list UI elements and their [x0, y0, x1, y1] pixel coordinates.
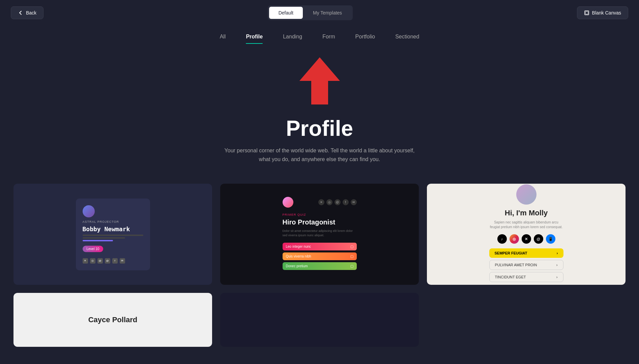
- card-hiro-btn2[interactable]: Quis viverra nibh ▢: [283, 252, 357, 260]
- hiro-fb-icon: f: [343, 199, 349, 205]
- red-arrow-icon: [299, 57, 340, 104]
- card-molly-inner: Hi, I'm Molly Sapien nec sagittis aliqua…: [483, 184, 570, 285]
- category-all[interactable]: All: [220, 34, 226, 44]
- card-hiro-header: ✕ ◎ @ f ✉: [283, 197, 357, 208]
- back-arrow-icon: [18, 10, 23, 16]
- card-cayce-inner: Cayce Pollard: [69, 309, 157, 331]
- card-hiro-title: Hiro Protagonist: [283, 218, 357, 226]
- molly-x-icon: ✕: [522, 234, 531, 244]
- card-molly-name: Hi, I'm Molly: [489, 209, 563, 217]
- hero-title: Profile: [7, 116, 632, 141]
- header: Back Default My Templates Blank Canvas: [0, 0, 639, 26]
- card-hiro-inner: ✕ ◎ @ f ✉ PRIMER QUIZ Hiro Protagonist D…: [276, 190, 364, 279]
- category-landing[interactable]: Landing: [283, 34, 302, 44]
- arrow-container: [299, 57, 340, 106]
- category-sectioned[interactable]: Sectioned: [395, 34, 419, 44]
- back-button[interactable]: Back: [11, 6, 43, 19]
- tab-default[interactable]: Default: [269, 7, 303, 19]
- molly-ig-icon: ◎: [510, 234, 519, 244]
- social-x-icon: ✕: [83, 258, 88, 264]
- card-hiro-social: ✕ ◎ @ f ✉: [318, 199, 357, 205]
- hero-section: Profile Your personal corner of the worl…: [0, 44, 639, 184]
- card-bobby-name: Bobby Newmark: [83, 225, 143, 233]
- card-hiro-btn1[interactable]: Leo integer nunc ▢: [283, 243, 357, 250]
- template-card-bobby[interactable]: ASTRAL PROJECTOR Bobby Newmark Level 10 …: [13, 184, 212, 285]
- card-molly-btn3[interactable]: TINCIDUNT EGET ›: [489, 272, 563, 282]
- card-molly-btn1[interactable]: SEMPER FEUGIAT ›: [489, 248, 563, 258]
- category-form[interactable]: Form: [322, 34, 335, 44]
- tab-my-templates[interactable]: My Templates: [303, 7, 351, 19]
- hiro-ig-icon: ◎: [326, 199, 332, 205]
- card-hiro-avatar: [283, 197, 293, 208]
- card-molly-social: ♪ ◎ ✕ @ 📱: [489, 234, 563, 244]
- card-bobby-avatar: [83, 205, 95, 217]
- blank-canvas-button[interactable]: Blank Canvas: [577, 6, 628, 19]
- category-portfolio[interactable]: Portfolio: [355, 34, 375, 44]
- social-at-icon: @: [97, 258, 103, 264]
- molly-phone-icon: 📱: [546, 234, 555, 244]
- template-card-molly[interactable]: Hi, I'm Molly Sapien nec sagittis aliqua…: [427, 184, 626, 285]
- card-cayce-name: Cayce Pollard: [76, 315, 150, 324]
- canvas-icon: [584, 10, 589, 16]
- tab-group: Default My Templates: [268, 5, 353, 20]
- hiro-at-icon: @: [335, 199, 341, 205]
- back-label: Back: [26, 10, 36, 16]
- svg-rect-1: [585, 11, 588, 14]
- card-bobby-avatar-row: [83, 205, 143, 217]
- social-mail-icon: ✉: [120, 258, 125, 264]
- card-hiro-subtitle: PRIMER QUIZ: [283, 213, 357, 216]
- template-card-5[interactable]: [220, 293, 419, 347]
- card-bobby-bio: [83, 235, 143, 241]
- card-bobby-pill: Level 10: [83, 246, 104, 252]
- bio-line-1: [83, 235, 143, 236]
- card-hiro-desc: Dolor sit amet consectetur adipiscing el…: [283, 229, 357, 238]
- social-fb-icon: f: [112, 258, 118, 264]
- card-hiro-btn3[interactable]: Donec pretium ▢: [283, 262, 357, 270]
- social-circle-icon: ◎: [90, 258, 95, 264]
- card-molly-desc: Sapien nec sagittis aliquam bibendum arc…: [489, 220, 563, 230]
- card-molly-btn2[interactable]: PULVINAR AMET PROIN ›: [489, 260, 563, 270]
- category-nav: All Profile Landing Form Portfolio Secti…: [0, 26, 639, 44]
- card-molly-avatar: [516, 184, 536, 205]
- template-card-hiro[interactable]: ✕ ◎ @ f ✉ PRIMER QUIZ Hiro Protagonist D…: [220, 184, 419, 285]
- bio-line-3: [83, 240, 113, 241]
- card-bobby-label: ASTRAL PROJECTOR: [83, 220, 143, 223]
- templates-grid: ASTRAL PROJECTOR Bobby Newmark Level 10 …: [0, 184, 639, 360]
- card-bobby-inner: ASTRAL PROJECTOR Bobby Newmark Level 10 …: [76, 199, 150, 270]
- hero-description: Your personal corner of the world wide w…: [219, 146, 421, 163]
- hiro-x-icon: ✕: [318, 199, 324, 205]
- card-bobby-social: ✕ ◎ @ @ f ✉: [83, 258, 143, 264]
- blank-canvas-label: Blank Canvas: [592, 10, 621, 16]
- molly-threads-icon: @: [534, 234, 543, 244]
- bio-line-2: [83, 237, 125, 239]
- hiro-mail-icon: ✉: [351, 199, 357, 205]
- social-at2-icon: @: [105, 258, 110, 264]
- svg-marker-2: [299, 57, 340, 104]
- molly-tiktok-icon: ♪: [497, 234, 507, 244]
- template-card-cayce[interactable]: Cayce Pollard: [13, 293, 212, 347]
- category-profile[interactable]: Profile: [246, 34, 263, 44]
